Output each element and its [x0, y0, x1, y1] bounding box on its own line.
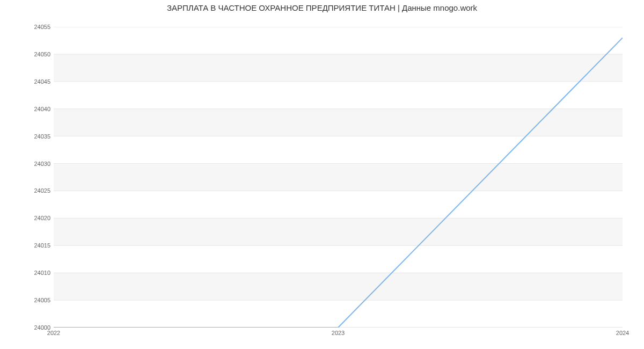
- y-tick-label: 24025: [8, 187, 50, 194]
- svg-rect-3: [54, 218, 623, 245]
- y-tick-label: 24030: [8, 161, 50, 167]
- y-tick-label: 24015: [8, 242, 50, 249]
- y-tick-label: 24005: [8, 297, 50, 303]
- y-tick-label: 24010: [8, 270, 50, 276]
- x-tick-label: 2023: [332, 330, 345, 336]
- svg-rect-1: [54, 273, 623, 300]
- svg-rect-0: [54, 300, 623, 328]
- y-tick-label: 24045: [8, 78, 50, 85]
- chart-title: ЗАРПЛАТА В ЧАСТНОЕ ОХРАННОЕ ПРЕДПРИЯТИЕ …: [0, 3, 644, 12]
- x-tick-label: 2024: [616, 330, 629, 336]
- svg-rect-8: [54, 82, 623, 109]
- plot-area: [54, 27, 623, 328]
- y-tick-label: 24050: [8, 51, 50, 57]
- svg-rect-6: [54, 136, 623, 164]
- svg-rect-2: [54, 245, 623, 273]
- x-tick-label: 2022: [47, 330, 60, 336]
- svg-rect-4: [54, 191, 623, 218]
- svg-rect-7: [54, 109, 623, 136]
- y-tick-label: 24055: [8, 24, 50, 30]
- svg-rect-9: [54, 54, 623, 82]
- y-tick-label: 24020: [8, 215, 50, 221]
- y-tick-label: 24035: [8, 133, 50, 140]
- chart-container: ЗАРПЛАТА В ЧАСТНОЕ ОХРАННОЕ ПРЕДПРИЯТИЕ …: [0, 0, 644, 349]
- chart-svg: [54, 27, 623, 328]
- svg-rect-5: [54, 164, 623, 191]
- y-tick-label: 24000: [8, 324, 50, 331]
- y-tick-label: 24040: [8, 106, 50, 112]
- svg-rect-10: [54, 27, 623, 54]
